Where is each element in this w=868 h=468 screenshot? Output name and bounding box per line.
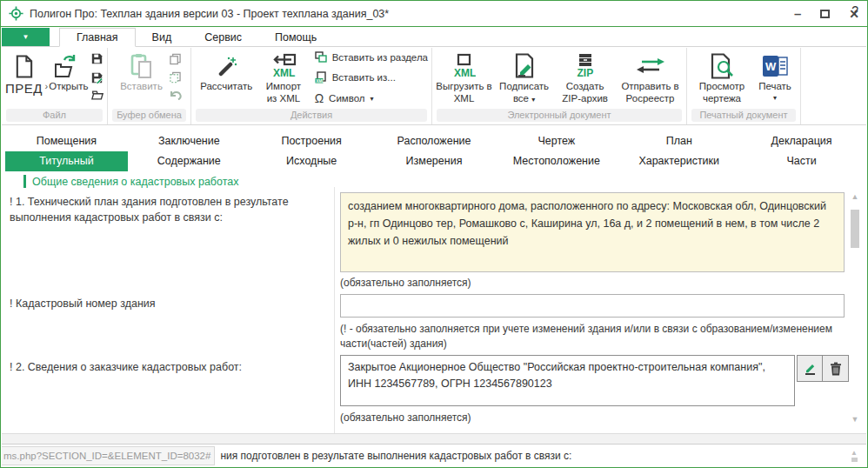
insert-from-button[interactable]: XML Вставить из... (315, 71, 428, 84)
form-tabs-row2: Титульный Содержание Исходные Измерения … (5, 151, 863, 171)
tab-plan[interactable]: План (618, 131, 740, 151)
import-xml-icon: XML (270, 52, 297, 80)
scrollbar-thumb[interactable] (851, 210, 859, 248)
section-header: Общие сведения о кадастровых работах (23, 175, 239, 188)
field2-input[interactable] (340, 294, 845, 318)
tab-izmereniya[interactable]: Измерения (373, 151, 496, 171)
tab-iskhodnye[interactable]: Исходные (250, 151, 373, 171)
word-icon: W (762, 52, 788, 80)
export-xml-button[interactable]: XML Выгрузить в XML (434, 50, 494, 105)
ribbon-group-actions: Рассчитать XML Импорт из XML Вставить из… (191, 48, 432, 124)
calculate-button[interactable]: Рассчитать (193, 50, 259, 93)
pred-button[interactable]: ПРЕД (4, 50, 44, 97)
sign-all-button[interactable]: Подписать все ▾ (494, 50, 554, 105)
field3-note: (обязательно заполняется) (340, 411, 471, 425)
help-button[interactable]: ? (851, 3, 858, 17)
status-scroll-control[interactable]: ▲ (851, 450, 858, 462)
save-as-button[interactable] (91, 72, 103, 84)
open-folder-icon (54, 52, 80, 80)
insert-from-icon: XML (315, 71, 327, 84)
ribbon-group-printdoc: Просмотр чертежа W Печать ▾ Печатный док… (687, 48, 801, 124)
export-xml-icon: XML (453, 52, 476, 80)
status-spacer (2, 433, 866, 444)
app-logo-icon (9, 6, 23, 21)
scroll-up-arrow-icon[interactable]: ▲ (849, 192, 861, 201)
save-as-icon (91, 72, 103, 84)
ribbon-group-label-printdoc: Печатный документ (691, 109, 796, 122)
status-scroll-up-icon: ▲ (851, 450, 858, 456)
field3-textarea[interactable]: Закрытое Акционерное Общество "Российска… (340, 355, 795, 406)
open-button[interactable]: ›Открыть (44, 50, 90, 93)
insert-from-section-button[interactable]: Вставить из раздела (315, 51, 428, 63)
pred-label: ПРЕД (5, 81, 43, 97)
calculate-label: Рассчитать (200, 81, 252, 93)
svg-text:ZIP: ZIP (577, 67, 593, 79)
send-rosreestr-button[interactable]: Отправить в Росреестр (616, 50, 684, 105)
import-xml-button[interactable]: XML Импорт из XML (259, 50, 307, 105)
minimize-button[interactable]: – (794, 10, 801, 18)
create-zip-button[interactable]: ZIP Создать ZIP-архив (554, 50, 616, 105)
tab-chasti[interactable]: Части (740, 151, 863, 171)
tab-pomescheniya[interactable]: Помещения (5, 131, 128, 151)
field1-note: (обязательно заполняется) (340, 276, 471, 291)
svg-text:XML: XML (454, 67, 476, 79)
save-button[interactable] (91, 53, 103, 64)
svg-text:XML: XML (316, 78, 324, 83)
insert-from-label: Вставить из... (332, 72, 396, 83)
symbol-label: Символ (329, 93, 364, 104)
menu-tab-servis[interactable]: Сервис (188, 28, 258, 46)
copy-button[interactable] (170, 53, 182, 65)
scroll-down-arrow-icon[interactable]: ▼ (849, 415, 861, 424)
insert-from-section-label: Вставить из раздела (332, 52, 428, 63)
paste-button[interactable]: Вставить (116, 50, 168, 93)
send-rosreestr-label: Отправить в Росреестр (618, 81, 683, 105)
tab-zaklyuchenie[interactable]: Заключение (128, 131, 250, 151)
chevron-down-icon: ▼ (23, 33, 30, 41)
tab-soderzhanie[interactable]: Содержание (128, 151, 250, 171)
zip-icon: ZIP (574, 52, 597, 80)
preview-drawing-label: Просмотр чертежа (692, 81, 751, 105)
app-window: Полигон Про: Техплан здания версии 03 - … (0, 0, 868, 468)
sign-all-label: Подписать все (499, 81, 549, 104)
create-zip-label: Создать ZIP-архив (556, 81, 614, 105)
svg-text:W: W (765, 60, 777, 73)
symbol-button[interactable]: Ω Символ ▾ (315, 91, 428, 105)
preview-drawing-button[interactable]: Просмотр чертежа (691, 50, 753, 105)
undo-icon (170, 90, 182, 100)
tab-chertezh[interactable]: Чертеж (495, 131, 618, 151)
field1-textarea[interactable]: созданием многоквартирного дома, располо… (340, 192, 845, 272)
ribbon-group-label-file: Файл (6, 109, 103, 122)
ribbon-group-label-edoc: Электронный документ (437, 109, 682, 122)
menu-tab-glavnaya[interactable]: Главная (59, 28, 136, 47)
ribbon-group-edoc: XML Выгрузить в XML Подписать все ▾ ZIP … (432, 48, 687, 124)
file-menu-button[interactable]: ▼ (2, 28, 50, 46)
tab-mestopolozhenie[interactable]: Местоположение (495, 151, 618, 171)
print-button[interactable]: W Печать ▾ (753, 50, 797, 102)
delete-customer-button[interactable] (823, 355, 849, 382)
send-arrows-icon (635, 52, 666, 80)
edit-customer-button[interactable] (797, 355, 823, 382)
save-icon (91, 53, 103, 64)
tab-raspolozhenie[interactable]: Расположение (373, 131, 496, 151)
paste-label: Вставить (120, 81, 163, 93)
close-project-button[interactable] (91, 90, 103, 100)
preview-drawing-icon (710, 52, 734, 80)
field1-label: ! 1. Технический план здания подготовлен… (10, 194, 330, 225)
undo-button[interactable] (170, 90, 182, 100)
magic-wand-icon (215, 52, 238, 80)
field2-note: (! - обязательно заполняется при учете и… (340, 322, 851, 351)
menu-tab-pomosch[interactable]: Помощь (258, 28, 333, 46)
copy-icon (170, 53, 181, 65)
paste-icon (130, 52, 154, 80)
form-tabs-row1: Помещения Заключение Построения Располож… (5, 131, 863, 151)
tab-kharakteristiki[interactable]: Характеристики (618, 151, 740, 171)
tab-postroeniya[interactable]: Построения (250, 131, 373, 151)
menu-tab-vid[interactable]: Вид (136, 28, 189, 46)
tab-deklaraciya[interactable]: Декларация (740, 131, 863, 151)
paste-special-button[interactable] (170, 71, 182, 84)
maximize-button[interactable] (820, 10, 830, 18)
sign-all-caret-icon: ▾ (531, 96, 535, 104)
paste-special-icon (170, 71, 181, 84)
tab-titulnyy[interactable]: Титульный (5, 151, 128, 171)
window-title: Полигон Про: Техплан здания версии 03 - … (30, 8, 389, 20)
